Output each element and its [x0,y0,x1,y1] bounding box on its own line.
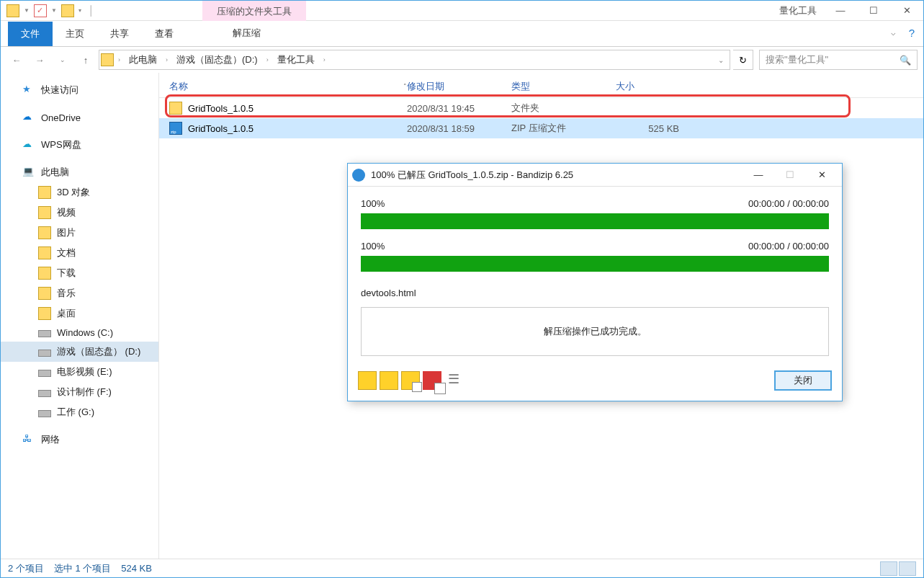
open-archive-icon[interactable] [358,371,377,390]
dialog-minimize-button[interactable]: — [743,164,774,186]
sidebar-quick-access[interactable]: ★快速访问 [1,80,158,100]
file-row[interactable]: GridTools_1.0.5 2020/8/31 18:59 ZIP 压缩文件… [159,118,923,138]
options-menu-icon[interactable]: ☰ [444,371,463,390]
dialog-title: 100% 已解压 GridTools_1.0.5.zip - Bandizip … [371,169,743,182]
tab-view[interactable]: 查看 [142,22,187,46]
column-name[interactable]: 名称˄ [169,80,407,93]
sidebar-pictures[interactable]: 图片 [1,223,158,243]
zip-icon [169,122,182,135]
tab-file[interactable]: 文件 [8,22,53,46]
status-selected-count: 选中 1 个项目 [54,562,111,575]
forward-button[interactable]: → [30,50,50,70]
current-file-label: devtools.html [361,283,829,307]
sidebar-drive-f[interactable]: 设计制作 (F:) [1,382,158,402]
dialog-close-button[interactable]: ✕ [806,164,838,186]
sidebar-videos[interactable]: 视频 [1,203,158,223]
dialog-close-action-button[interactable]: 关闭 [774,370,832,391]
properties-icon[interactable]: ✓ [34,4,47,17]
view-large-icons-button[interactable] [899,561,916,576]
copy-path-icon[interactable] [401,371,420,390]
window-title: 量化工具 [779,4,824,17]
progress-percent-1: 100% [361,198,385,209]
sidebar-downloads[interactable]: 下载 [1,263,158,283]
window-titlebar: ▼ ✓ ▼ ▾ │ 压缩的文件夹工具 量化工具 — ☐ ✕ [1,1,923,21]
column-size[interactable]: 大小 [616,80,688,93]
up-button[interactable]: ↑ [76,50,96,70]
view-details-button[interactable] [880,561,897,576]
back-button[interactable]: ← [6,50,27,70]
dialog-titlebar[interactable]: 100% 已解压 GridTools_1.0.5.zip - Bandizip … [348,164,842,187]
navigation-bar: ← → ⌄ ↑ › 此电脑 › 游戏（固态盘）(D:) › 量化工具 › ⌄ ↻… [1,47,923,73]
sidebar-music[interactable]: 音乐 [1,283,158,303]
minimize-button[interactable]: — [824,1,857,21]
search-input[interactable]: 搜索"量化工具" 🔍 [759,50,918,70]
sidebar-3d-objects[interactable]: 3D 对象 [1,182,158,203]
breadcrumb-pc[interactable]: 此电脑 [125,53,161,66]
delete-archive-icon[interactable] [423,371,441,390]
contextual-tab-label: 压缩的文件夹工具 [202,1,306,21]
column-type[interactable]: 类型 [511,80,616,93]
location-folder-icon [101,53,114,66]
open-folder-icon[interactable] [380,371,398,390]
ribbon-tabs: 文件 主页 共享 查看 解压缩 ⌵ ? [1,21,923,47]
progress-bar-1 [361,213,829,229]
bandizip-dialog: 100% 已解压 GridTools_1.0.5.zip - Bandizip … [347,163,843,401]
sidebar-documents[interactable]: 文档 [1,243,158,263]
dialog-maximize-button: ☐ [774,164,806,186]
sidebar-wps[interactable]: ☁WPS网盘 [1,135,158,155]
search-placeholder: 搜索"量化工具" [766,53,828,66]
progress-bar-2 [361,256,829,272]
sidebar-onedrive[interactable]: ☁OneDrive [1,107,158,128]
completion-message: 解压缩操作已成功完成。 [361,307,829,356]
column-date[interactable]: 修改日期 [407,80,511,93]
tab-share[interactable]: 共享 [97,22,142,46]
file-row[interactable]: GridTools_1.0.5 2020/8/31 19:45 文件夹 [159,98,923,118]
sidebar-network[interactable]: 🖧网络 [1,430,158,450]
sidebar-this-pc[interactable]: 💻此电脑 [1,162,158,182]
sidebar-drive-c[interactable]: Windows (C:) [1,324,158,342]
folder-icon [169,102,182,115]
sidebar-desktop[interactable]: 桌面 [1,303,158,324]
new-folder-icon[interactable] [61,4,74,17]
progress-time-1: 00:00:00 / 00:00:00 [748,198,829,209]
refresh-button[interactable]: ↻ [733,50,753,70]
bandizip-icon [352,169,365,182]
progress-time-2: 00:00:00 / 00:00:00 [748,241,829,252]
navigation-pane: ★快速访问 ☁OneDrive ☁WPS网盘 💻此电脑 3D 对象 视频 图片 … [1,73,159,559]
address-dropdown-icon[interactable]: ⌄ [718,56,728,64]
tab-home[interactable]: 主页 [53,22,97,46]
status-selected-size: 524 KB [121,563,152,574]
address-bar[interactable]: › 此电脑 › 游戏（固态盘）(D:) › 量化工具 › ⌄ [99,50,730,70]
history-dropdown[interactable]: ⌄ [53,50,73,70]
status-item-count: 2 个项目 [8,562,44,575]
progress-percent-2: 100% [361,241,385,252]
tab-extract[interactable]: 解压缩 [208,21,285,45]
help-icon[interactable]: ? [909,27,915,39]
ribbon-collapse-icon[interactable]: ⌵ [891,28,896,37]
sidebar-drive-d[interactable]: 游戏（固态盘） (D:) [1,342,158,362]
breadcrumb-drive[interactable]: 游戏（固态盘）(D:) [172,53,262,66]
column-headers: 名称˄ 修改日期 类型 大小 [159,77,923,98]
sidebar-drive-g[interactable]: 工作 (G:) [1,402,158,422]
close-button[interactable]: ✕ [890,1,923,21]
folder-icon[interactable] [6,4,19,17]
maximize-button[interactable]: ☐ [857,1,890,21]
quick-access-toolbar: ▼ ✓ ▼ ▾ │ [1,4,94,17]
search-icon[interactable]: 🔍 [900,55,911,66]
sidebar-drive-e[interactable]: 电影视频 (E:) [1,362,158,382]
status-bar: 2 个项目 选中 1 个项目 524 KB [1,559,923,577]
breadcrumb-folder[interactable]: 量化工具 [273,53,319,66]
